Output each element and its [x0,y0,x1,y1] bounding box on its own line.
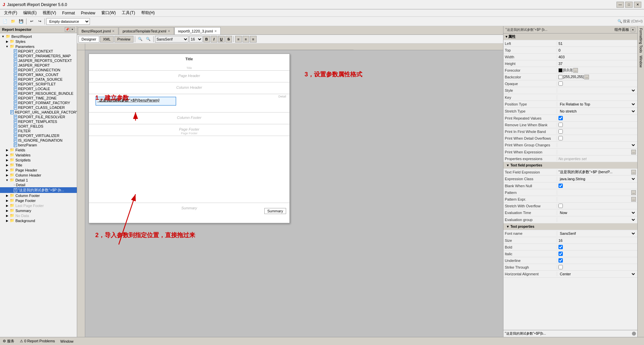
prop-value[interactable]: "这是我的测试参数"+$P {benzP...... [557,169,637,175]
prop-value[interactable] [557,265,637,270]
prop-select-expression-class[interactable]: java.lang.String [558,176,636,182]
menu-item-t[interactable]: 工具(T) [119,9,138,16]
tree-item-column-header[interactable]: ▶ 📁 Column Header [0,172,77,178]
tree-item-last-page-footer[interactable]: ▶ 📁 Last Page Footer [0,203,77,208]
tree-item-title[interactable]: ▶ 📁 Title [0,162,77,167]
italic-button[interactable]: I [211,36,217,43]
expr-edit-btn[interactable]: ... [631,190,636,195]
prop-input-key[interactable] [558,95,636,100]
prop-value[interactable] [557,47,637,53]
prop-value[interactable]: Fix Relative to Top [557,101,637,108]
maximize-button[interactable]: □ [625,2,633,8]
prop-input-top[interactable] [558,48,636,53]
tree-item-report-connection[interactable]: P REPORT_CONNECTION [0,68,77,72]
tree-item-is-ignore-pagination[interactable]: P IS_IGNORE_PAGINATION [0,138,77,143]
right-panel-close[interactable]: ✕ [631,27,635,32]
menu-item-preview[interactable]: Preview [78,10,98,16]
tab-close[interactable]: ✕ [112,29,115,33]
prop-checkbox-print-when-detail-overflows[interactable] [558,136,563,140]
tree-item-report-url-handler-factory[interactable]: P REPORT_URL_HANDLER_FACTORY [0,110,77,115]
prop-checkbox-print-repeated-values[interactable] [558,116,563,120]
new-button[interactable]: 📄 [1,18,9,25]
tab-close[interactable]: ✕ [214,29,217,33]
canvas-area[interactable]: Title Title Page Header C [77,44,503,337]
prop-value[interactable]: Center [557,271,637,277]
prop-value[interactable]: ... [557,197,637,202]
tree-item-report-class-loader[interactable]: P REPORT_CLASS_LOADER [0,105,77,110]
prop-value[interactable] [557,116,637,121]
prop-select-style[interactable] [558,87,636,93]
size-select[interactable]: 16 [189,36,203,43]
datasource-select[interactable]: Empty datasource [46,18,90,25]
align-right-button[interactable]: ≡ [250,36,257,43]
tree-item-report-scriptlet[interactable]: P REPORT_SCRIPTLET [0,82,77,86]
prop-value[interactable]: [255,255,255]... [557,74,637,80]
canvas-scroll[interactable]: Title Title Page Header C [85,50,503,337]
prop-input-size[interactable] [558,238,636,243]
align-center-button[interactable]: ≡ [243,36,249,43]
tree-item-report-templates[interactable]: P REPORT_TEMPLATES [0,119,77,124]
underline-button[interactable]: U [218,36,225,43]
prop-checkbox-italic[interactable] [558,252,563,256]
menu-item-e[interactable]: 编辑(E) [20,9,39,16]
tree-item-report-time-zone[interactable]: P REPORT_TIME_ZONE [0,96,77,100]
prop-value[interactable] [557,122,637,127]
prop-value[interactable] [557,136,637,141]
text-field-element[interactable]: "这是我的测试参数"+$P{benzParam} [96,97,176,106]
tree-item-benzparam[interactable]: P benzParam [0,143,77,147]
prop-checkbox-bold[interactable] [558,245,563,249]
menu-item-f[interactable]: 文件(F) [1,9,20,16]
prop-value[interactable]: java.lang.String [557,176,637,182]
tree-item-report-data-source[interactable]: P REPORT_DATA_SOURCE [0,77,77,82]
zoom-out-button[interactable]: 🔍 [145,36,152,43]
prop-input-height[interactable] [558,61,636,66]
prop-value[interactable]: No stretch [557,108,637,115]
open-button[interactable]: 📁 [9,18,17,25]
prop-checkbox-print-in-first-whole-band[interactable] [558,129,563,134]
prop-value[interactable] [557,258,637,263]
tree-item-sort-fields[interactable]: P SORT_FIELDS [0,124,77,129]
tree-item-detail-1[interactable]: ▼ 📁 Detail 1 [0,178,77,183]
tree-item-styles[interactable]: ▶ 📁 Styles [0,39,77,44]
prop-checkbox-underline[interactable] [558,258,563,263]
tree-item-report-resource-bundle[interactable]: P REPORT_RESOURCE_BUNDLE [0,91,77,96]
prop-value[interactable] [557,203,637,208]
inspector-close[interactable]: ✕ [70,27,75,32]
redo-button[interactable]: ↪ [36,18,43,25]
prop-value[interactable]: ... [557,149,637,155]
preview-tab-button[interactable]: Preview [114,36,133,43]
save-button[interactable]: 💾 [17,18,25,25]
prop-input-width[interactable] [558,54,636,60]
tab-BenzIReport-jrxml[interactable]: BenzIReport.jrxml✕ [78,27,118,34]
prop-select-evaluation-group[interactable] [558,217,636,223]
zoom-in-button[interactable]: 🔍 [137,36,144,43]
designer-tab-button[interactable]: Designer [78,36,99,43]
side-tool-window[interactable]: Window [638,54,643,69]
tree-item-detail[interactable]: ▫ Detail [0,183,77,187]
prop-value[interactable] [557,129,637,134]
tree-item-fields[interactable]: ▶ 📁 Fields [0,147,77,152]
expr-edit-btn[interactable]: ... [631,197,636,202]
prop-value[interactable] [557,94,637,100]
prop-select-stretch-type[interactable]: No stretch [558,108,636,114]
tree-item-background[interactable]: ▶ 📁 Background [0,218,77,223]
undo-button[interactable]: ↩ [28,18,35,25]
inspector-pin[interactable]: 📌 [65,27,69,32]
bold-button[interactable]: B [203,36,210,43]
prop-value[interactable]: SansSerif [557,230,637,237]
prop-checkbox-blank-when-null[interactable] [558,184,563,188]
expr-edit-btn[interactable]: ... [631,150,636,154]
prop-select-position-type[interactable]: Fix Relative to Top [558,101,636,107]
status-service[interactable]: ⚙ 服务 [3,339,14,344]
minimize-button[interactable]: — [616,2,624,8]
prop-checkbox-opaque[interactable] [558,81,563,86]
menu-item-format[interactable]: Format [59,10,77,16]
prop-value[interactable] [557,54,637,60]
tree-item-jasper-reports-context[interactable]: P JASPER_REPORTS_CONTEXT [0,58,77,63]
summary-element[interactable]: Summary [264,208,286,214]
prop-checkbox-strike-through[interactable] [558,265,563,269]
prop-checkbox-stretch-with-overflow[interactable] [558,204,563,208]
menu-item-h[interactable]: 帮助(H) [139,9,158,16]
prop-value[interactable]: Now [557,209,637,216]
prop-value[interactable] [557,81,637,86]
